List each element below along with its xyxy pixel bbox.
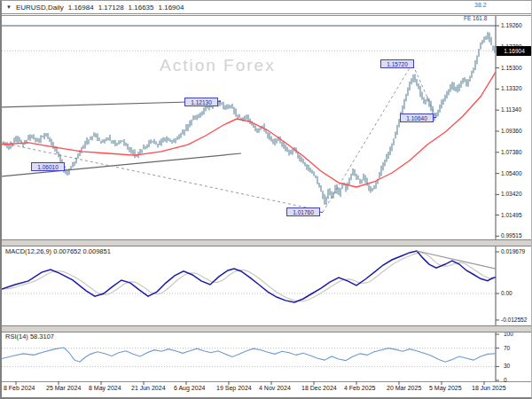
- time-axis-label: 20 Mar 2025: [387, 385, 421, 391]
- chart-window: ▼ EURUSD,Daily 1.16984 1.17128 1.16635 1…: [0, 0, 532, 399]
- price-axis-label: 0.99515: [501, 232, 522, 239]
- price-axis-label: 1.07380: [501, 149, 522, 155]
- price-axis-label: 1.01495: [501, 212, 522, 218]
- chart-canvas[interactable]: [2, 1, 531, 397]
- price-level-marker[interactable]: 1.01760: [286, 207, 320, 216]
- time-axis-label: 4 Feb 2025: [344, 385, 375, 391]
- price-axis-label: 1.13320: [501, 85, 522, 91]
- time-axis-label: 5 May 2025: [429, 385, 462, 391]
- current-price-tag: 1.16904: [497, 46, 532, 56]
- price-level-marker[interactable]: 1.12130: [184, 98, 218, 106]
- time-axis-label: 8 May 2024: [89, 385, 121, 391]
- rsi-indicator-label: RSI(14) 58.3107: [5, 332, 54, 340]
- time-axis-label: 6 Aug 2024: [174, 385, 205, 391]
- price-axis-label: 1.05400: [501, 170, 522, 176]
- time-axis-label: 18 Jun 2025: [472, 385, 506, 391]
- time-axis-label: 19 Sep 2024: [216, 385, 252, 391]
- price-level-marker[interactable]: 1.10640: [400, 113, 434, 122]
- time-axis-label: 25 Mar 2024: [46, 385, 81, 391]
- price-axis-label: 1.03420: [501, 191, 522, 197]
- macd-axis-label: 0.019679: [501, 248, 525, 254]
- panel-divider-macd[interactable]: [2, 239, 531, 246]
- price-level-marker[interactable]: 1.06010: [31, 162, 65, 171]
- time-axis-label: 18 Dec 2024: [301, 385, 337, 391]
- price-level-marker[interactable]: 1.15720: [380, 59, 414, 68]
- rsi-axis-label: 0: [504, 377, 507, 383]
- macd-axis-label: 0.00: [501, 290, 512, 296]
- price-axis-label: 1.19260: [501, 22, 522, 28]
- rsi-axis-label: 30: [504, 363, 510, 369]
- rsi-axis-label: 70: [504, 345, 510, 351]
- price-axis-label: 1.11340: [501, 106, 521, 113]
- time-axis-label: 8 Feb 2024: [4, 385, 35, 391]
- price-axis-label: 1.15300: [501, 65, 522, 71]
- time-axis-label: 21 Jun 2024: [131, 385, 166, 391]
- panel-divider-rsi[interactable]: [2, 325, 531, 332]
- time-axis-label: 4 Nov 2024: [259, 385, 291, 391]
- macd-indicator-label: MACD(12,26,9) 0.007652 0.009851: [5, 247, 111, 255]
- price-axis-label: 1.09360: [501, 128, 522, 134]
- macd-axis-label: -0.012552: [501, 317, 527, 323]
